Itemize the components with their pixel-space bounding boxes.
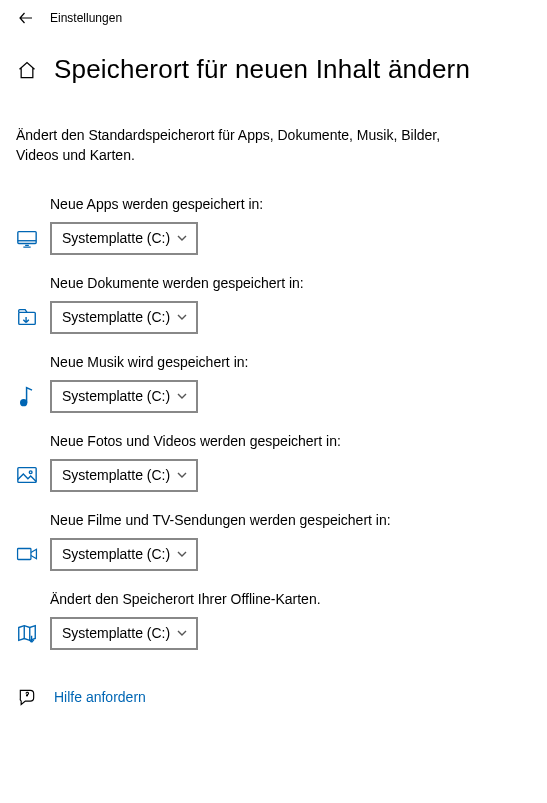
page-subtitle: Ändert den Standardspeicherort für Apps,… (0, 95, 480, 176)
drive-select[interactable]: Systemplatte (C:) (50, 301, 198, 334)
svg-rect-3 (18, 468, 36, 483)
chevron-down-icon (176, 469, 188, 481)
help-icon (16, 686, 38, 708)
setting-row: Neue Musik wird gespeichert in: Systempl… (0, 340, 547, 419)
chevron-down-icon (176, 390, 188, 402)
chevron-down-icon (176, 548, 188, 560)
help-row: Hilfe anfordern (0, 656, 547, 708)
drive-select-value: Systemplatte (C:) (62, 546, 170, 562)
page-title: Speicherort für neuen Inhalt ändern (54, 54, 470, 85)
help-link[interactable]: Hilfe anfordern (54, 689, 146, 705)
chevron-down-icon (176, 627, 188, 639)
home-icon (16, 59, 38, 81)
drive-select[interactable]: Systemplatte (C:) (50, 617, 198, 650)
music-note-icon (16, 385, 38, 407)
svg-point-4 (29, 471, 32, 474)
save-folder-icon (16, 306, 38, 328)
setting-label: Neue Filme und TV-Sendungen werden gespe… (50, 512, 531, 528)
monitor-icon (16, 227, 38, 249)
setting-row: Ändert den Speicherort Ihrer Offline-Kar… (0, 577, 547, 656)
setting-row: Neue Filme und TV-Sendungen werden gespe… (0, 498, 547, 577)
settings-list: Neue Apps werden gespeichert in: Systemp… (0, 176, 547, 656)
drive-select-value: Systemplatte (C:) (62, 230, 170, 246)
titlebar: Einstellungen (0, 0, 547, 36)
setting-row: Neue Apps werden gespeichert in: Systemp… (0, 182, 547, 261)
drive-select-value: Systemplatte (C:) (62, 388, 170, 404)
drive-select[interactable]: Systemplatte (C:) (50, 459, 198, 492)
setting-label: Neue Dokumente werden gespeichert in: (50, 275, 531, 291)
drive-select[interactable]: Systemplatte (C:) (50, 538, 198, 571)
svg-rect-5 (18, 549, 31, 560)
back-button[interactable] (16, 8, 36, 28)
setting-row: Neue Dokumente werden gespeichert in: Sy… (0, 261, 547, 340)
picture-icon (16, 464, 38, 486)
drive-select-value: Systemplatte (C:) (62, 467, 170, 483)
setting-label: Neue Musik wird gespeichert in: (50, 354, 531, 370)
page-header: Speicherort für neuen Inhalt ändern (0, 36, 547, 95)
map-download-icon (16, 622, 38, 644)
drive-select[interactable]: Systemplatte (C:) (50, 380, 198, 413)
chevron-down-icon (176, 232, 188, 244)
window-title: Einstellungen (50, 11, 122, 25)
setting-label: Neue Apps werden gespeichert in: (50, 196, 531, 212)
setting-label: Neue Fotos und Videos werden gespeichert… (50, 433, 531, 449)
video-camera-icon (16, 543, 38, 565)
drive-select-value: Systemplatte (C:) (62, 625, 170, 641)
setting-label: Ändert den Speicherort Ihrer Offline-Kar… (50, 591, 531, 607)
drive-select-value: Systemplatte (C:) (62, 309, 170, 325)
svg-rect-0 (18, 232, 36, 244)
svg-point-2 (21, 400, 27, 406)
drive-select[interactable]: Systemplatte (C:) (50, 222, 198, 255)
chevron-down-icon (176, 311, 188, 323)
setting-row: Neue Fotos und Videos werden gespeichert… (0, 419, 547, 498)
